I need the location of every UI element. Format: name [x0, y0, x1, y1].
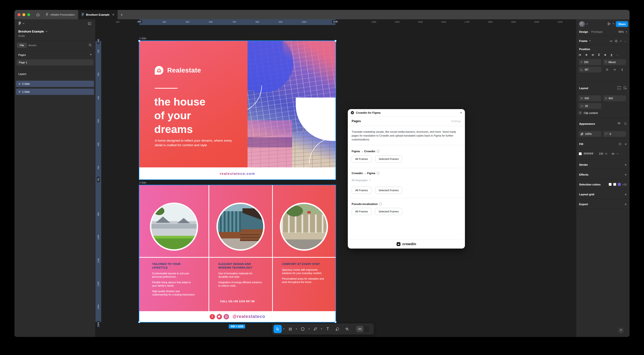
zoom-level[interactable]: 96% [618, 30, 624, 33]
move-tool[interactable] [274, 325, 282, 333]
file-name[interactable]: Broshure Example [18, 30, 44, 33]
fill-row[interactable]: FFFFFF 100 % − [579, 151, 627, 157]
component-icon[interactable] [614, 39, 618, 43]
sidebar-tab-file[interactable]: File [17, 43, 27, 48]
fill-swatch[interactable] [579, 152, 582, 155]
all-frames-button[interactable]: All Frames [352, 155, 372, 163]
chevron-down-icon[interactable] [283, 329, 285, 330]
close-icon[interactable]: × [460, 111, 462, 115]
close-window-button[interactable] [18, 13, 20, 16]
x-position-input[interactable]: X293 [579, 59, 601, 65]
chevron-down-icon[interactable] [589, 40, 591, 41]
frame2-label[interactable]: 2-Side [139, 181, 146, 184]
flip-horizontal-icon[interactable] [613, 68, 616, 71]
tab-prototype[interactable]: Prototype [591, 30, 602, 33]
align-h-center-icon[interactable] [585, 53, 588, 56]
sidebar-tab-assets[interactable]: Assets [28, 44, 36, 47]
tab-design[interactable]: Design [579, 30, 588, 33]
dev-mode-toggle[interactable]: </> [356, 326, 369, 332]
add-export-icon[interactable]: + [625, 202, 627, 206]
layer-row-2-side[interactable]: # 2-Side [16, 81, 94, 87]
chevron-down-icon[interactable] [46, 31, 47, 32]
selection-handle[interactable] [334, 321, 336, 323]
corner-radius-input[interactable]: 0 [603, 131, 626, 137]
maximize-window-button[interactable] [27, 13, 30, 16]
more-icon[interactable]: ··· [616, 53, 619, 56]
search-icon[interactable] [88, 43, 92, 47]
align-top-icon[interactable] [598, 53, 600, 56]
traffic-lights[interactable] [14, 10, 34, 19]
frame-2-side[interactable]: TAILORED TO YOUR LIFESTYLE Customizable … [139, 185, 336, 322]
chevron-down-icon[interactable] [23, 23, 24, 24]
eye-icon[interactable] [617, 122, 621, 124]
text-tool[interactable]: T [324, 325, 332, 333]
height-input[interactable]: H842 [603, 95, 626, 101]
pen-tool[interactable] [311, 325, 319, 333]
close-tab-icon[interactable]: × [112, 13, 114, 16]
code-icon[interactable]: </> [610, 40, 612, 42]
chevron-down-icon[interactable] [296, 329, 297, 330]
add-fill-icon[interactable]: + [625, 142, 627, 146]
help-icon[interactable]: ? [377, 172, 380, 175]
align-v-center-icon[interactable] [604, 53, 607, 56]
frame-1-side[interactable]: Realestate the house of your dreams A ho… [139, 41, 336, 179]
all-frames-button[interactable]: All Frames [352, 187, 372, 194]
tab-ewallet-presentation[interactable]: eWallet Presentation [42, 10, 78, 19]
rotation-input[interactable]: 90° [579, 67, 601, 72]
gap-input[interactable]: 28 [579, 103, 601, 109]
add-layout-grid-icon[interactable]: + [625, 192, 627, 196]
checkbox-checked-icon[interactable]: ✓ [579, 111, 582, 114]
dialog-settings-link[interactable]: Settings [451, 120, 461, 123]
avatar[interactable] [579, 21, 585, 27]
chevron-down-icon[interactable] [321, 329, 322, 330]
chevron-down-icon[interactable] [620, 41, 622, 42]
chevron-down-icon[interactable] [626, 31, 627, 32]
chevron-down-icon[interactable] [613, 23, 614, 24]
selected-frames-button[interactable]: Selected Frames [375, 187, 402, 194]
selected-frames-button[interactable]: Selected Frames [375, 155, 402, 163]
selection-color-swatch[interactable] [608, 183, 612, 186]
add-effect-icon[interactable]: + [625, 173, 627, 177]
frame1-label[interactable]: 1-Side [139, 37, 146, 40]
actions-tool[interactable] [343, 325, 351, 333]
styles-icon[interactable] [619, 143, 622, 145]
share-button[interactable]: Share [616, 21, 628, 27]
tab-broshure-example[interactable]: Broshure Example × [78, 10, 118, 19]
comment-tool[interactable] [333, 325, 342, 333]
y-position-input[interactable]: YMixed [603, 59, 626, 65]
dialog-header[interactable]: Crowdin for Figma × [348, 109, 465, 117]
width-input[interactable]: W595 [579, 95, 601, 101]
chevron-down-icon[interactable] [586, 23, 588, 24]
align-bottom-icon[interactable] [610, 53, 613, 56]
toggle-sidebar-icon[interactable] [88, 22, 91, 25]
align-right-icon[interactable] [591, 53, 594, 56]
selection-handle[interactable] [138, 321, 140, 323]
figma-menu-icon[interactable] [18, 21, 21, 25]
help-button[interactable]: ? [618, 328, 624, 333]
shape-tool[interactable] [298, 325, 307, 333]
selection-handle[interactable] [138, 40, 140, 42]
flip-vertical-icon[interactable] [621, 68, 624, 71]
home-button[interactable] [34, 10, 42, 19]
resize-icon[interactable] [618, 86, 620, 89]
all-frames-button[interactable]: All Frames [352, 208, 372, 215]
eye-icon[interactable] [611, 152, 615, 155]
frame-tool[interactable] [286, 325, 294, 333]
selection-color-swatch[interactable] [613, 183, 616, 186]
sidebar-item-page-1[interactable]: Page 1 [16, 59, 94, 65]
all-languages-dropdown[interactable]: All languages [352, 179, 368, 182]
selection-color-swatch[interactable] [618, 183, 621, 186]
opacity-input[interactable]: 100% [579, 131, 601, 137]
add-stroke-icon[interactable]: + [625, 163, 627, 167]
rotate-icon[interactable] [606, 68, 608, 71]
canvas[interactable]: 2002934005006007008009001000113513001400… [96, 19, 576, 337]
add-page-button[interactable]: + [90, 52, 92, 56]
remove-fill-icon[interactable]: − [617, 152, 619, 156]
more-icon[interactable]: ··· [624, 40, 627, 43]
help-icon[interactable]: ? [379, 203, 382, 205]
align-left-icon[interactable] [579, 53, 582, 56]
chevron-down-icon[interactable] [308, 329, 310, 330]
selected-frames-button[interactable]: Selected Frames [375, 208, 402, 215]
blend-drop-icon[interactable] [624, 122, 627, 125]
selection-type[interactable]: Frame [579, 39, 588, 42]
